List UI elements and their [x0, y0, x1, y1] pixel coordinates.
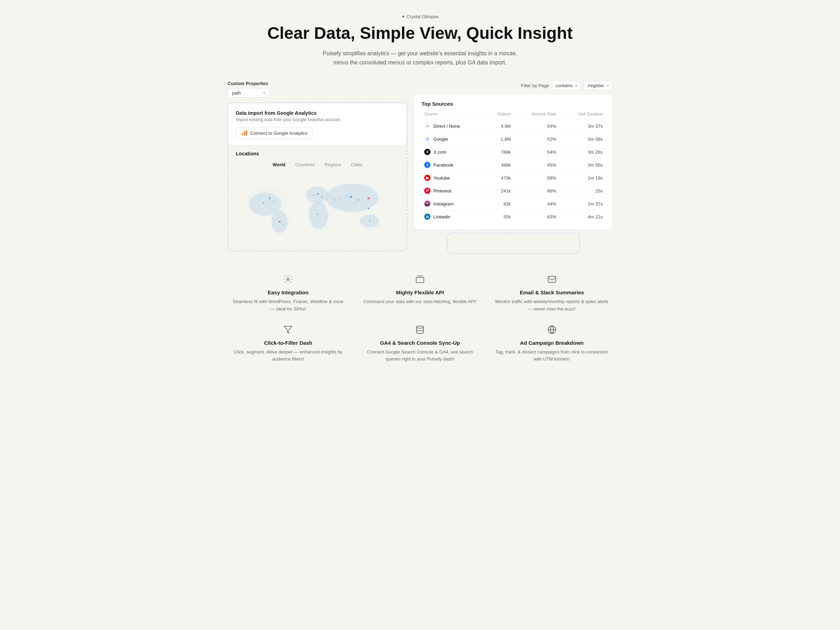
tab-cities[interactable]: Cities [347, 161, 366, 169]
svg-point-30 [368, 197, 370, 200]
source-name: Linkedin [433, 214, 450, 219]
feature-description: Monitor traffic with weekly/monthly repo… [494, 298, 609, 312]
table-row: P Pinterest 241k 86% 25s [422, 185, 605, 197]
svg-point-35 [287, 278, 289, 281]
top-sources-card: Top Sources Source Visitors Bounce Rate … [414, 95, 613, 229]
visitors-cell: 55k [485, 210, 514, 223]
source-name: Youtube [433, 175, 450, 181]
locations-title: Locations [236, 151, 399, 156]
source-name: Facebook [433, 163, 453, 167]
chevron-down-icon: ▾ [263, 91, 265, 95]
filter-value: /register [587, 83, 604, 88]
connect-ga-button[interactable]: Connect to Google Analytics [236, 127, 313, 139]
source-icon-x: X [424, 149, 431, 155]
svg-point-33 [334, 199, 335, 201]
page-wrapper: ✦ Crystal Glimpse Clear Data, Simple Vie… [227, 14, 613, 363]
bounce-rate-cell: 58% [513, 172, 559, 185]
feature-title: Mighty Flexible API [363, 289, 477, 295]
world-map-svg [236, 174, 399, 243]
ga-import-description: Import existing data from your Google An… [236, 117, 399, 122]
col-visit-duration: Visit Duration [559, 112, 605, 120]
filter-operator-value: contains [556, 83, 573, 88]
svg-point-31 [369, 220, 371, 221]
tab-world[interactable]: World [269, 161, 289, 169]
bottom-dashed-container [447, 233, 580, 254]
database-icon [363, 325, 477, 336]
chevron-down-icon: ▾ [575, 84, 577, 87]
feature-description: Click, segment, delve deeper — enhanced … [231, 349, 346, 363]
source-icon-facebook: f [424, 162, 431, 168]
tab-regions[interactable]: Regions [321, 161, 345, 169]
settings-icon [231, 275, 346, 286]
visitors-cell: 82k [485, 197, 514, 210]
source-cell: 📷 Instagram [424, 201, 481, 207]
visit-duration-cell: 3m 09s [559, 133, 605, 145]
sources-table: Source Visitors Bounce Rate Visit Durati… [422, 112, 605, 223]
svg-point-24 [313, 195, 314, 196]
visit-duration-cell: 25s [559, 185, 605, 197]
chevron-down-icon: ▾ [607, 84, 609, 87]
svg-point-28 [346, 195, 347, 196]
feature-description: Connect Google Search Console & GA4, see… [363, 349, 477, 363]
col-bounce-rate: Bounce Rate [513, 112, 559, 120]
source-name: Direct / None [433, 123, 460, 129]
custom-properties-section: Custom Properties path ▾ [227, 81, 407, 98]
visitors-cell: 768k [485, 145, 514, 159]
source-cell: X X.com [424, 149, 481, 155]
svg-point-23 [321, 196, 323, 198]
source-icon-youtube: ▶ [424, 175, 431, 181]
visit-duration-cell: 1m 37s [559, 197, 605, 210]
col-source: Source [422, 112, 484, 120]
table-row: ⤷ Direct / None 4.9M 54% 3m 37s [422, 120, 605, 133]
tab-countries[interactable]: Countries [292, 161, 319, 169]
feature-item-1: Mighty Flexible API Command your data wi… [360, 275, 481, 312]
filter-value-select[interactable]: /register ▾ [584, 81, 613, 90]
svg-point-20 [279, 221, 280, 223]
svg-point-39 [417, 326, 423, 328]
feature-description: Seamless fit with WordPress, Framer, Web… [231, 298, 346, 312]
custom-properties-label: Custom Properties [227, 81, 407, 86]
col-visitors: Visitors [485, 112, 514, 120]
feature-title: GA4 & Search Console Sync-Up [363, 340, 477, 346]
filter-operator-select[interactable]: contains ▾ [552, 81, 581, 90]
world-map [236, 174, 399, 243]
left-panel: Custom Properties path ▾ Data import fro… [227, 81, 407, 251]
svg-point-34 [340, 198, 341, 199]
ga-import-card: Data import from Google Analytics Import… [228, 103, 407, 145]
left-dashed-container: Data import from Google Analytics Import… [227, 103, 407, 251]
filter-section: Filter by Page contains ▾ /register ▾ [414, 81, 613, 90]
custom-properties-select[interactable]: path ▾ [227, 88, 270, 98]
svg-rect-1 [243, 132, 245, 136]
source-name: X.com [433, 150, 446, 155]
api-icon [363, 275, 477, 286]
svg-point-25 [317, 214, 318, 215]
visit-duration-cell: 3m 37s [559, 120, 605, 133]
svg-rect-37 [548, 276, 556, 283]
feature-title: Easy Integration [231, 289, 346, 295]
source-name: Pinterest [433, 188, 451, 194]
svg-rect-36 [416, 278, 424, 283]
svg-rect-0 [242, 133, 243, 136]
visitors-cell: 473k [485, 172, 514, 185]
visit-duration-cell: 1m 19s [559, 172, 605, 185]
svg-rect-2 [246, 130, 247, 136]
bounce-rate-cell: 63% [513, 210, 559, 223]
locations-tabs: World Countries Regions Cities [236, 161, 399, 169]
visitors-cell: 1.8M [485, 133, 514, 145]
svg-point-17 [263, 202, 264, 204]
source-icon-google: G [424, 136, 431, 142]
svg-point-29 [355, 202, 356, 203]
table-row: f Facebook 489k 45% 3m 50s [422, 159, 605, 172]
feature-description: Tag, track, & dissect campaigns from cli… [494, 349, 609, 363]
visitors-cell: 241k [485, 185, 514, 197]
visit-duration-cell: 4m 21s [559, 210, 605, 223]
right-panel: Filter by Page contains ▾ /register ▾ To… [414, 81, 613, 254]
features-section: Easy Integration Seamless fit with WordP… [227, 275, 613, 363]
svg-point-21 [282, 224, 283, 226]
visit-duration-cell: 3m 26s [559, 145, 605, 159]
svg-point-13 [325, 184, 378, 212]
table-row: in Linkedin 55k 63% 4m 21s [422, 210, 605, 223]
source-name: Instagram [433, 201, 453, 207]
bounce-rate-cell: 86% [513, 185, 559, 197]
bounce-rate-cell: 44% [513, 197, 559, 210]
